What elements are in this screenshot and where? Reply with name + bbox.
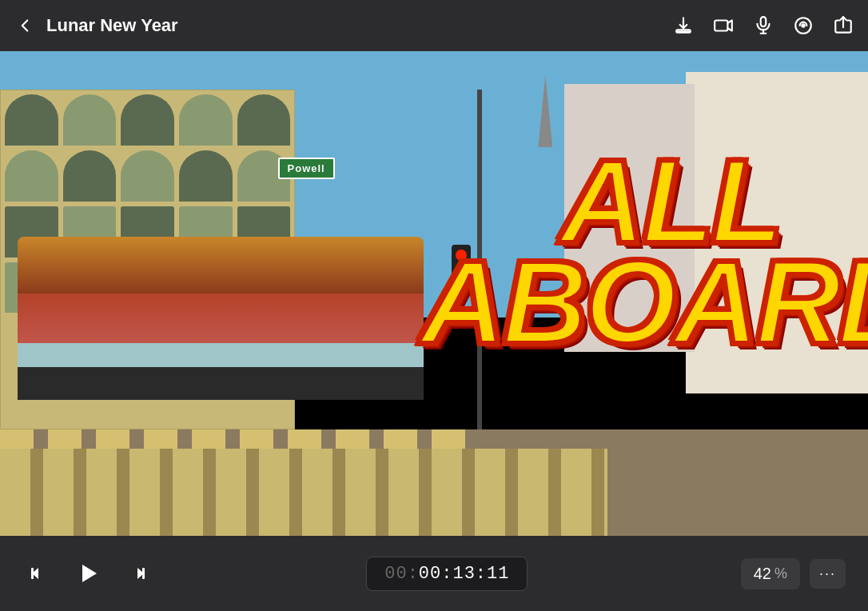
crosswalk: [0, 449, 607, 536]
transport-controls: [22, 557, 153, 589]
window: [237, 94, 291, 146]
more-label: ···: [819, 565, 836, 582]
window: [63, 94, 117, 146]
back-icon: [14, 15, 35, 36]
top-bar-right: [673, 15, 854, 36]
mic-button[interactable]: [753, 15, 774, 36]
window: [121, 94, 174, 146]
right-controls: 42 % ···: [741, 558, 846, 589]
timecode-value: 00:13:11: [419, 564, 510, 584]
markup-button[interactable]: [793, 15, 814, 36]
window: [179, 94, 233, 146]
download-button[interactable]: [673, 15, 694, 36]
play-icon: [74, 560, 102, 587]
more-options-button[interactable]: ···: [810, 559, 846, 589]
skip-forward-icon: [126, 562, 149, 585]
share-icon: [833, 15, 854, 36]
svg-rect-1: [715, 21, 727, 31]
overlay-line2: ABOARD: [420, 252, 868, 353]
skip-back-button[interactable]: [22, 557, 54, 589]
top-bar: Lunar New Year: [0, 0, 868, 51]
window: [5, 94, 58, 146]
download-icon: [673, 15, 694, 36]
svg-point-6: [802, 24, 804, 26]
skip-back-icon: [27, 562, 50, 585]
svg-marker-9: [82, 565, 97, 582]
zoom-unit: %: [774, 565, 787, 582]
video-text-overlay: ALL ABOARD: [498, 100, 842, 404]
camera-icon: [713, 15, 734, 36]
controls-bar: 00:00:13:11 42 % ···: [0, 536, 868, 611]
zoom-display: 42 %: [741, 558, 800, 589]
markup-icon: [793, 15, 814, 36]
svg-rect-2: [761, 17, 766, 26]
zoom-value: 42: [754, 565, 771, 583]
street-sign: Powell: [278, 158, 335, 179]
svg-rect-8: [31, 568, 34, 579]
top-bar-left: Lunar New Year: [14, 15, 178, 36]
cable-car: [18, 182, 469, 401]
share-button[interactable]: [833, 15, 854, 36]
page-title: Lunar New Year: [46, 15, 178, 36]
cable-car-body: [18, 237, 424, 401]
mic-icon: [753, 15, 774, 36]
record-button[interactable]: [713, 15, 734, 36]
video-player[interactable]: Powell ALL ABOARD: [0, 51, 868, 536]
back-button[interactable]: [14, 15, 35, 36]
timecode-display: 00:00:13:11: [366, 557, 528, 591]
svg-rect-11: [142, 568, 145, 579]
timecode-section: 00:00:13:11: [153, 557, 741, 591]
skip-forward-button[interactable]: [121, 557, 153, 589]
timecode-dim: 00:: [384, 564, 419, 584]
play-button[interactable]: [72, 557, 104, 589]
